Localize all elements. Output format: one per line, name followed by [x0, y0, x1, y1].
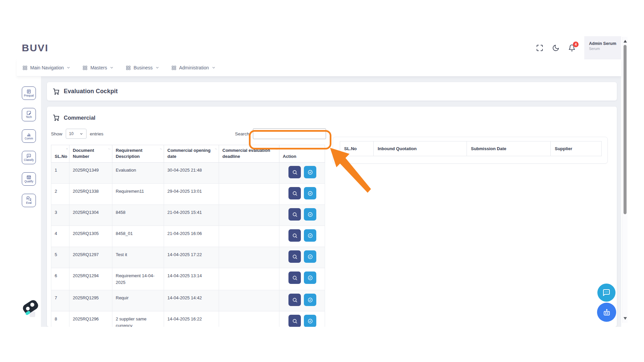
evaluate-button[interactable]: [304, 229, 316, 242]
assistant-mascot[interactable]: [23, 300, 42, 319]
grid-icon: [171, 65, 176, 70]
cell-evaluation-deadline: [219, 268, 279, 290]
magnifier-icon: [292, 170, 298, 175]
magnifier-icon: [292, 191, 298, 196]
page-content: Evaluation Cockpit Commercial Show 10 en…: [41, 76, 621, 327]
sticky-note-icon: [26, 111, 31, 115]
chat-fab-button[interactable]: [597, 284, 615, 302]
column-header-opening-date[interactable]: Commercial opening date↑↓: [164, 145, 219, 163]
table-row: 12025RQ1349Evaluation30-04-2025 21:48: [51, 163, 325, 184]
sidebar-item-prequal[interactable]: Prequal: [22, 86, 36, 100]
nav-item-business[interactable]: Business: [126, 65, 159, 70]
cell-opening-date: 14-04-2025 17:22: [164, 247, 219, 268]
column-header-supplier: Supplier: [551, 141, 602, 156]
view-button[interactable]: [288, 250, 301, 263]
cart-icon: [53, 114, 59, 121]
page-size-select[interactable]: 10: [66, 129, 87, 139]
table-controls: Show 10 entries Search:: [51, 128, 326, 139]
cell-requirement-description: 8458_01: [112, 226, 164, 247]
table-header-row: SL.No↑ Document Number↑↓ Requirement Des…: [51, 145, 325, 163]
cell-requirement-description: Requirement 14-04-2025: [112, 268, 164, 290]
column-header-action: Action: [279, 145, 325, 163]
column-header-inbound-quotation: Inbound Quotation: [374, 141, 467, 156]
sidebar-item-eval[interactable]: Eval: [22, 194, 36, 207]
view-button[interactable]: [288, 272, 301, 284]
column-header-evaluation-deadline[interactable]: Commercial evaluation deadline↑↓: [219, 145, 279, 163]
cell-requirement-description: Requiremen11: [112, 184, 164, 205]
cell-action: [279, 268, 325, 290]
evaluate-button[interactable]: [304, 166, 316, 178]
requirements-table-body: 12025RQ1349Evaluation30-04-2025 21:48220…: [51, 163, 325, 327]
cell-requirement-description: Evaluation: [112, 163, 164, 184]
evaluate-button[interactable]: [304, 208, 316, 221]
requirements-table: SL.No↑ Document Number↑↓ Requirement Des…: [51, 145, 325, 327]
column-header-document-number[interactable]: Document Number↑↓: [69, 145, 112, 163]
view-button[interactable]: [288, 315, 301, 327]
search-input[interactable]: [253, 128, 326, 139]
cell-document-number: 2025RQ1305: [69, 226, 112, 247]
cell-opening-date: 29-04-2025 13:01: [164, 184, 219, 205]
cell-evaluation-deadline: [219, 247, 279, 268]
column-header-slno[interactable]: SL.No↑: [51, 145, 69, 163]
cell-opening-date: 30-04-2025 21:48: [164, 163, 219, 184]
cell-document-number: 2025RQ1304: [69, 205, 112, 226]
evaluate-button[interactable]: [304, 187, 316, 199]
sidebar-item-qualify[interactable]: Qualify: [22, 172, 36, 186]
view-button[interactable]: [288, 294, 301, 306]
chevron-down-icon: [79, 132, 83, 136]
dark-mode-icon[interactable]: [552, 44, 559, 52]
notifications-bell-icon[interactable]: 4: [568, 44, 576, 52]
scroll-up-arrow[interactable]: [624, 40, 627, 43]
cell-requirement-description: Test it: [112, 247, 164, 268]
sort-icon: ↑: [66, 147, 68, 151]
nav-item-main-navigation[interactable]: Main Navigation: [22, 65, 70, 70]
scroll-down-arrow[interactable]: [624, 317, 627, 320]
sidebar-item-classify[interactable]: Classify: [22, 151, 36, 164]
scrollbar-thumb[interactable]: [624, 45, 627, 214]
magnifier-icon: [292, 275, 298, 281]
table-row: 62025RQ1294Requirement 14-04-202514-04-2…: [51, 268, 325, 290]
nav-item-masters[interactable]: Masters: [83, 65, 114, 70]
chevron-down-icon: [66, 66, 70, 70]
fullscreen-icon[interactable]: [536, 44, 543, 52]
cell-opening-date: 21-04-2025 16:06: [164, 226, 219, 247]
cell-requirement-description: 2 supplier same currency: [112, 311, 164, 327]
sidebar-item-tech[interactable]: Tech: [22, 108, 36, 121]
check-circle-icon: [308, 275, 313, 281]
cell-slno: 8: [51, 311, 69, 327]
view-button[interactable]: [288, 187, 301, 199]
evaluate-button[interactable]: [304, 294, 316, 306]
column-header-requirement-description[interactable]: Requirement Description↑↓: [112, 145, 164, 163]
assistant-bot-button[interactable]: [597, 303, 616, 322]
evaluate-button[interactable]: [304, 315, 316, 327]
cell-opening-date: 14-04-2025 13:14: [164, 268, 219, 290]
sidebar-item-comm[interactable]: Comm: [22, 129, 36, 143]
entries-label: entries: [90, 131, 104, 136]
section-title: Commercial: [64, 115, 95, 121]
view-button[interactable]: [288, 208, 301, 221]
cell-document-number: 2025RQ1297: [69, 247, 112, 268]
cell-opening-date: 14-04-2025 14:42: [164, 290, 219, 311]
evaluate-button[interactable]: [304, 272, 316, 284]
view-button[interactable]: [288, 229, 301, 242]
sort-icon: ↑↓: [108, 147, 110, 151]
nav-item-administration[interactable]: Administration: [171, 65, 216, 70]
inbound-quotation-table: SL.No Inbound Quotation Submission Date …: [340, 141, 602, 156]
user-role: Serum: [589, 47, 621, 51]
page-scrollbar[interactable]: [622, 37, 628, 323]
evaluate-button[interactable]: [304, 250, 316, 263]
chevron-down-icon: [212, 66, 216, 70]
app-window: BUVI 4 Admin Serum Serum Main Navigation: [17, 36, 621, 327]
cell-opening-date: 14-04-2025 16:22: [164, 311, 219, 327]
cell-requirement-description: 8458: [112, 205, 164, 226]
top-header: BUVI 4 Admin Serum Serum: [17, 36, 621, 59]
user-menu[interactable]: Admin Serum Serum: [584, 36, 621, 59]
check-circle-icon: [308, 170, 313, 175]
magnifier-icon: [292, 233, 298, 238]
chat-bubble-icon: [602, 289, 610, 297]
view-button[interactable]: [288, 166, 301, 178]
column-header-slno: SL.No: [340, 141, 374, 156]
cell-opening-date: 21-04-2025 15:41: [164, 205, 219, 226]
cell-action: [279, 226, 325, 247]
inbound-quotation-card: SL.No Inbound Quotation Submission Date …: [333, 137, 608, 164]
